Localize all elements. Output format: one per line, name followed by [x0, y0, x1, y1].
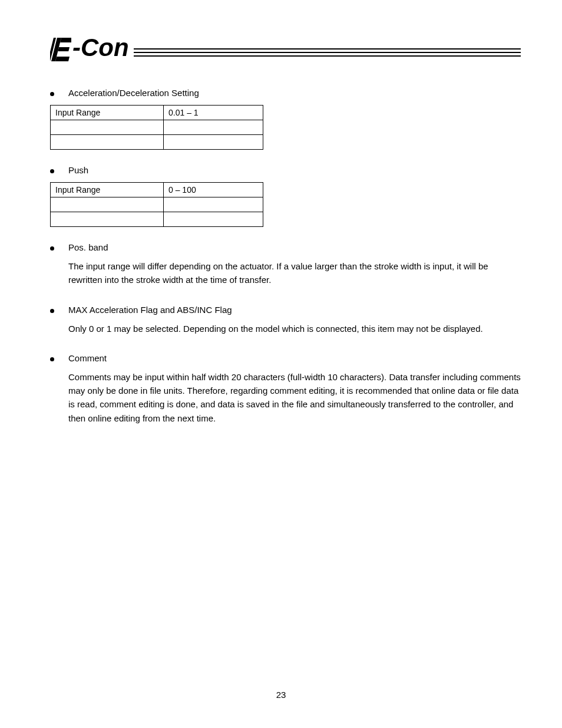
cell-range: 0 – 100	[164, 183, 263, 197]
logo-text: -Con	[72, 35, 129, 61]
cell-empty	[51, 135, 164, 150]
logo-rule-lines	[134, 48, 521, 61]
table-row	[51, 197, 263, 212]
cell-label: Input Range	[51, 106, 164, 120]
section-title: Acceleration/Deceleration Setting	[68, 88, 199, 98]
spec-table-push: Input Range 0 – 100	[50, 182, 263, 227]
cell-empty	[51, 197, 164, 212]
logo: -Con	[50, 35, 521, 61]
cell-empty	[164, 120, 263, 135]
table-row	[51, 212, 263, 227]
cell-empty	[164, 135, 263, 150]
cell-range: 0.01 – 1	[164, 106, 263, 120]
table-row	[51, 120, 263, 135]
page-number: 23	[0, 690, 562, 700]
logo-mark-icon	[50, 38, 71, 61]
cell-empty	[164, 197, 263, 212]
table-row	[51, 135, 263, 150]
bullet-icon	[50, 92, 54, 96]
section-title: Pos. band	[68, 242, 108, 252]
bullet-icon	[50, 169, 54, 173]
section-push: Push Input Range 0 – 100	[50, 165, 521, 227]
section-para: Only 0 or 1 may be selected. Depending o…	[68, 322, 521, 335]
table-row: Input Range 0.01 – 1	[51, 106, 263, 120]
section-title: MAX Acceleration Flag and ABS/INC Flag	[68, 305, 232, 315]
section-acceleration: Acceleration/Deceleration Setting Input …	[50, 88, 521, 150]
cell-empty	[164, 212, 263, 227]
cell-empty	[51, 212, 164, 227]
cell-empty	[51, 120, 164, 135]
section-flags: MAX Acceleration Flag and ABS/INC Flag O…	[50, 305, 521, 335]
section-title: Comment	[68, 353, 107, 363]
svg-rect-2	[58, 47, 70, 51]
section-comment: Comment Comments may be input within hal…	[50, 353, 521, 425]
section-posband: Pos. band The input range will differ de…	[50, 242, 521, 287]
section-para: Comments may be input within half width …	[68, 370, 521, 425]
cell-label: Input Range	[51, 183, 164, 197]
bullet-icon	[50, 309, 54, 313]
section-para: The input range will differ depending on…	[68, 259, 521, 287]
spec-table-acceleration: Input Range 0.01 – 1	[50, 105, 263, 150]
svg-rect-1	[60, 38, 71, 42]
bullet-icon	[50, 357, 54, 361]
table-row: Input Range 0 – 100	[51, 183, 263, 197]
svg-rect-3	[55, 57, 70, 61]
bullet-icon	[50, 246, 54, 251]
section-title: Push	[68, 165, 88, 175]
